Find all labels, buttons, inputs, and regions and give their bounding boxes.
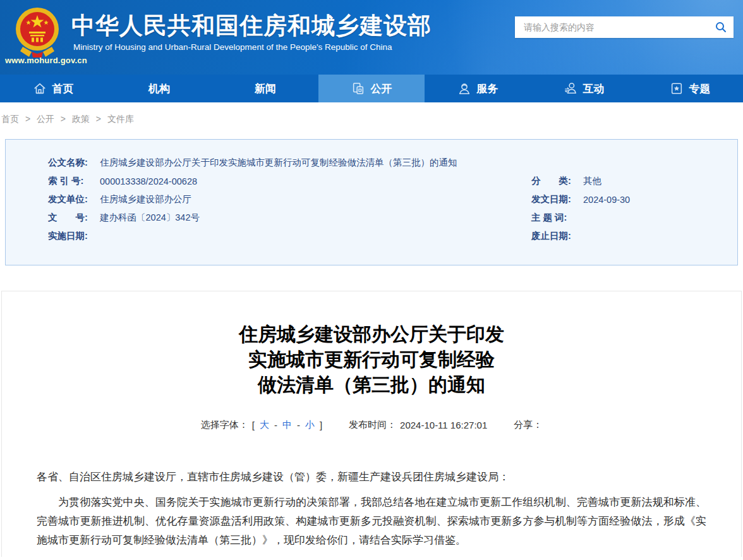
meta-row-category: 分 类: 其他 [531,172,725,190]
article-title-line: 实施城市更新行动可复制经验 [2,347,741,372]
share-label: 分享： [514,419,542,431]
font-size-medium-link[interactable]: 中 [282,419,292,431]
nav-item-disclosure[interactable]: 公开 [318,75,425,102]
meta-value: 000013338/2024-00628 [100,176,197,186]
meta-label: 发文日期: [531,193,579,205]
article-card: 住房城乡建设部办公厅关于印发 实施城市更新行动可复制经验 做法清单（第三批）的通… [1,291,742,557]
nav-item-news[interactable]: 新闻 [212,75,318,102]
meta-row-effective-date: 实施日期: [48,227,531,245]
article-title: 住房城乡建设部办公厅关于印发 实施城市更新行动可复制经验 做法清单（第三批）的通… [2,322,741,398]
nav-item-interaction[interactable]: 互动 [531,75,637,102]
article-toolbar: 选择字体：[大-中-小] 发布时间：2024-10-11 16:27:01 分享… [2,419,741,431]
breadcrumb-disclosure[interactable]: 公开 [37,114,54,124]
nav-item-label: 机构 [148,82,170,96]
document-meta-card: 公文名称: 住房城乡建设部办公厅关于印发实施城市更新行动可复制经验做法清单（第三… [5,139,738,265]
meta-label: 主 题 词: [531,212,579,224]
nav-item-label: 新闻 [255,82,276,96]
home-icon [33,82,47,95]
meta-value: 建办科函〔2024〕342号 [100,212,200,224]
meta-label: 文 号: [48,212,96,224]
meta-label: 发文单位: [48,193,96,205]
publish-time-value: 2024-10-11 16:27:01 [400,420,487,430]
nav-item-services[interactable]: 服务 [425,75,531,102]
meta-value: 住房城乡建设部办公厅 [100,193,191,205]
breadcrumb-separator: > [25,114,30,124]
site-url: www.mohurd.gov.cn [5,56,87,65]
nav-item-label: 服务 [477,82,498,96]
star-badge-icon [670,82,684,95]
font-size-small-link[interactable]: 小 [305,419,315,431]
font-size-large-link[interactable]: 大 [260,419,269,431]
meta-row-doc-name: 公文名称: 住房城乡建设部办公厅关于印发实施城市更新行动可复制经验做法清单（第三… [48,154,725,172]
site-header: www.mohurd.gov.cn 中华人民共和国住房和城乡建设部 Minist… [0,0,743,75]
national-emblem-icon [14,5,61,58]
meta-column-left: 索 引 号: 000013338/2024-00628 发文单位: 住房城乡建设… [48,172,531,245]
bracket-close: ] [320,420,322,430]
nav-item-label: 互动 [583,82,605,96]
interaction-person-arrows-icon [564,82,577,95]
article-title-line: 住房城乡建设部办公厅关于印发 [2,322,741,347]
documents-icon [351,82,365,95]
meta-label: 废止日期: [531,230,579,242]
meta-row-keywords: 主 题 词: [531,209,725,227]
article-paragraph-main: 为贯彻落实党中央、国务院关于实施城市更新行动的决策部署，我部总结各地在建立城市更… [37,493,706,550]
font-size-separator: - [297,420,300,430]
meta-label: 索 引 号: [48,175,96,187]
meta-row-index-number: 索 引 号: 000013338/2024-00628 [48,172,531,190]
meta-label: 实施日期: [48,230,96,242]
article-body: 各省、自治区住房城乡建设厅，直辖市住房城乡建设（管）委，新疆生产建设兵团住房城乡… [2,468,741,550]
breadcrumb-policy[interactable]: 政策 [72,114,90,124]
breadcrumb-home[interactable]: 首页 [1,114,19,124]
meta-row-issue-date: 发文日期: 2024-09-30 [531,190,725,209]
breadcrumb-separator: > [96,114,101,124]
nav-item-label: 首页 [52,82,74,96]
breadcrumb: 首页 > 公开 > 政策 > 文件库 [0,102,743,135]
meta-row-doc-number: 文 号: 建办科函〔2024〕342号 [48,209,531,227]
nav-item-orgs[interactable]: 机构 [106,75,212,102]
meta-label: 公文名称: [48,157,96,169]
article-paragraph-salutation: 各省、自治区住房城乡建设厅，直辖市住房城乡建设（管）委，新疆生产建设兵团住房城乡… [37,468,706,487]
main-nav: 首页 机构 新闻 公开 服务 互动 专题 [0,75,743,102]
breadcrumb-separator: > [61,114,66,124]
article-title-line: 做法清单（第三批）的通知 [2,372,741,398]
meta-label: 分 类: [531,175,579,187]
search-input[interactable] [515,16,708,38]
font-size-separator: - [274,420,277,430]
meta-row-issuing-unit: 发文单位: 住房城乡建设部办公厅 [48,190,531,209]
bracket-open: [ [252,420,255,430]
search-button[interactable] [708,16,734,38]
nav-item-label: 专题 [689,82,711,96]
search-icon [715,21,727,33]
nav-item-label: 公开 [371,82,392,96]
nav-item-home[interactable]: 首页 [0,75,106,102]
meta-value: 2024-09-30 [583,195,630,205]
font-size-label: 选择字体： [201,419,248,431]
publish-time-label: 发布时间： [349,419,396,431]
meta-row-repeal-date: 废止日期: [531,227,725,245]
meta-grid: 索 引 号: 000013338/2024-00628 发文单位: 住房城乡建设… [48,172,725,245]
breadcrumb-library[interactable]: 文件库 [107,114,134,124]
meta-column-right: 分 类: 其他 发文日期: 2024-09-30 主 题 词: 废止日期: [531,172,725,245]
meta-value: 其他 [583,175,601,187]
site-title-en: Ministry of Housing and Urban-Rural Deve… [73,42,392,52]
nav-item-topics[interactable]: 专题 [637,75,743,102]
meta-value: 住房城乡建设部办公厅关于印发实施城市更新行动可复制经验做法清单（第三批）的通知 [100,157,457,169]
site-title-cn: 中华人民共和国住房和城乡建设部 [71,10,432,42]
service-person-icon [457,82,471,95]
search-bar [515,16,734,38]
